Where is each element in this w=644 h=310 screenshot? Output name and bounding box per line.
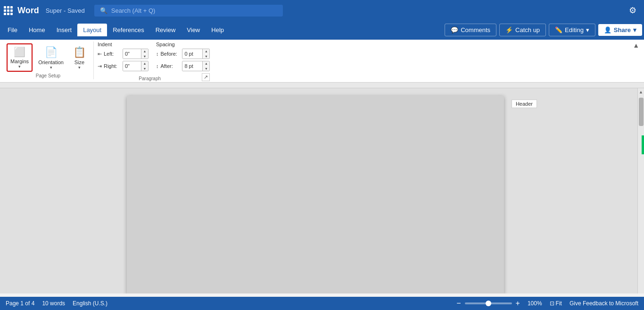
ribbon-paragraph-group: Indent ⇤ Left: ▲ ▼ (94, 42, 214, 82)
editing-chevron-icon: ▾ (586, 26, 589, 34)
catchup-button[interactable]: ⚡ Catch up (499, 24, 546, 36)
app-name: Word (17, 6, 39, 16)
zoom-in-button[interactable]: + (516, 299, 520, 308)
page-wrapper: Header (127, 96, 504, 286)
spacing-after-icon: ↕ (156, 63, 159, 69)
scrollbar-up-button[interactable]: ▲ (638, 88, 644, 96)
zoom-thumb (486, 301, 491, 306)
catchup-icon: ⚡ (505, 26, 513, 34)
spacing-after-input[interactable] (182, 61, 202, 71)
indent-left-icon: ⇤ (98, 51, 102, 57)
fit-icon: ⊡ (550, 300, 554, 307)
indent-right-input-wrap[interactable]: ▲ ▼ (123, 61, 149, 71)
app-grid-button[interactable] (4, 6, 13, 15)
scrollbar-thumb[interactable] (639, 98, 644, 126)
indent-left-down[interactable]: ▼ (141, 54, 148, 59)
indent-right-up[interactable]: ▲ (141, 61, 148, 66)
ribbon-collapse[interactable]: ▲ (631, 42, 641, 49)
size-label: Size (74, 59, 84, 65)
document-area: Header ▲ (0, 88, 644, 293)
menu-bar: File Home Insert Layout References Revie… (0, 21, 644, 40)
zoom-out-button[interactable]: − (456, 299, 461, 308)
size-chevron: ▾ (78, 65, 81, 70)
header-label: Header (512, 100, 537, 108)
pagesetup-buttons: ⬜ Margins ▾ 📄 Orientation ▾ 📋 Size ▾ (7, 42, 90, 73)
green-accent-bar (642, 135, 644, 154)
comments-button[interactable]: 💬 Comments (445, 24, 496, 36)
margins-button[interactable]: ⬜ Margins ▾ (7, 43, 33, 72)
indent-left-label: Left: (104, 51, 121, 57)
ribbon-pagesetup-group: ⬜ Margins ▾ 📄 Orientation ▾ 📋 Size ▾ Pag… (3, 42, 94, 79)
spacing-before-down[interactable]: ▼ (203, 54, 209, 59)
ribbon-collapse-icon: ▲ (633, 42, 639, 49)
search-bar[interactable]: 🔍 Search (Alt + Q) (94, 5, 283, 17)
menu-insert[interactable]: Insert (51, 24, 78, 36)
fit-button[interactable]: ⊡ Fit (550, 300, 562, 307)
language[interactable]: English (U.S.) (73, 300, 107, 307)
scrollbar-vertical[interactable]: ▲ (637, 88, 644, 293)
page-info[interactable]: Page 1 of 4 (6, 300, 34, 307)
share-chevron-icon: ▾ (633, 26, 636, 34)
margins-label: Margins (10, 59, 29, 64)
zoom-percentage[interactable]: 100% (528, 300, 542, 307)
spacing-before-label: Before: (160, 51, 180, 57)
feedback-button[interactable]: Give Feedback to Microsoft (570, 300, 638, 307)
spacing-after-label: After: (160, 63, 180, 69)
indent-spacing-section: Indent ⇤ Left: ▲ ▼ (98, 42, 210, 73)
pagesetup-group-label: Page Setup (7, 73, 90, 79)
menu-layout[interactable]: Layout (77, 24, 107, 36)
menu-review[interactable]: Review (150, 24, 182, 36)
word-count[interactable]: 10 words (42, 300, 65, 307)
orientation-icon: 📄 (45, 46, 58, 59)
spacing-label: Spacing (156, 42, 210, 47)
spacing-after-spinners: ▲ ▼ (202, 61, 209, 71)
catchup-label: Catch up (515, 26, 540, 34)
spacing-after-row: ↕ After: ▲ ▼ (156, 61, 210, 71)
page-container[interactable]: Header (0, 88, 637, 293)
ribbon: ⬜ Margins ▾ 📄 Orientation ▾ 📋 Size ▾ Pag… (0, 40, 644, 83)
menu-file[interactable]: File (2, 24, 23, 36)
share-icon: 👤 (604, 26, 611, 34)
indent-left-spinners: ▲ ▼ (141, 49, 148, 59)
spacing-before-row: ↕ Before: ▲ ▼ (156, 49, 210, 59)
indent-left-input[interactable] (123, 49, 141, 59)
indent-col: Indent ⇤ Left: ▲ ▼ (98, 42, 149, 73)
spacing-after-input-wrap[interactable]: ▲ ▼ (182, 61, 210, 71)
document-page (127, 96, 504, 293)
spacing-before-input[interactable] (182, 49, 202, 59)
menu-help[interactable]: Help (206, 24, 230, 36)
indent-left-up[interactable]: ▲ (141, 49, 148, 54)
indent-right-icon: ⇥ (98, 63, 102, 69)
paragraph-expand-button[interactable]: ↗ (202, 73, 210, 81)
title-bar: Word Super - Saved 🔍 Search (Alt + Q) ⚙ (0, 0, 644, 21)
indent-left-row: ⇤ Left: ▲ ▼ (98, 49, 149, 59)
search-icon: 🔍 (100, 7, 107, 14)
spacing-before-up[interactable]: ▲ (203, 49, 209, 54)
indent-right-row: ⇥ Right: ▲ ▼ (98, 61, 149, 71)
size-icon: 📋 (73, 46, 86, 59)
menu-home[interactable]: Home (23, 24, 51, 36)
settings-button[interactable]: ⚙ (625, 3, 640, 17)
paragraph-group-label: Paragraph (98, 76, 202, 82)
menu-references[interactable]: References (107, 24, 149, 36)
size-button[interactable]: 📋 Size ▾ (69, 43, 90, 73)
indent-right-input[interactable] (123, 61, 141, 71)
spacing-before-spinners: ▲ ▼ (202, 49, 209, 59)
spacing-after-down[interactable]: ▼ (203, 66, 209, 71)
share-button[interactable]: 👤 Share ▾ (598, 24, 642, 36)
indent-left-input-wrap[interactable]: ▲ ▼ (123, 49, 149, 59)
scrollbar-up-icon: ▲ (639, 90, 643, 94)
menu-view[interactable]: View (181, 24, 206, 36)
indent-right-spinners: ▲ ▼ (141, 61, 148, 71)
status-bar: Page 1 of 4 10 words English (U.S.) − + … (0, 297, 644, 310)
comments-icon: 💬 (451, 26, 458, 34)
editing-button[interactable]: ✏️ Editing ▾ (549, 24, 595, 36)
indent-right-down[interactable]: ▼ (141, 66, 148, 71)
spacing-after-up[interactable]: ▲ (203, 61, 209, 66)
comments-label: Comments (461, 26, 490, 34)
spacing-before-input-wrap[interactable]: ▲ ▼ (182, 49, 210, 59)
editing-icon: ✏️ (555, 26, 562, 34)
orientation-button[interactable]: 📄 Orientation ▾ (34, 43, 67, 73)
ruler (0, 83, 644, 88)
zoom-slider[interactable] (465, 302, 512, 304)
